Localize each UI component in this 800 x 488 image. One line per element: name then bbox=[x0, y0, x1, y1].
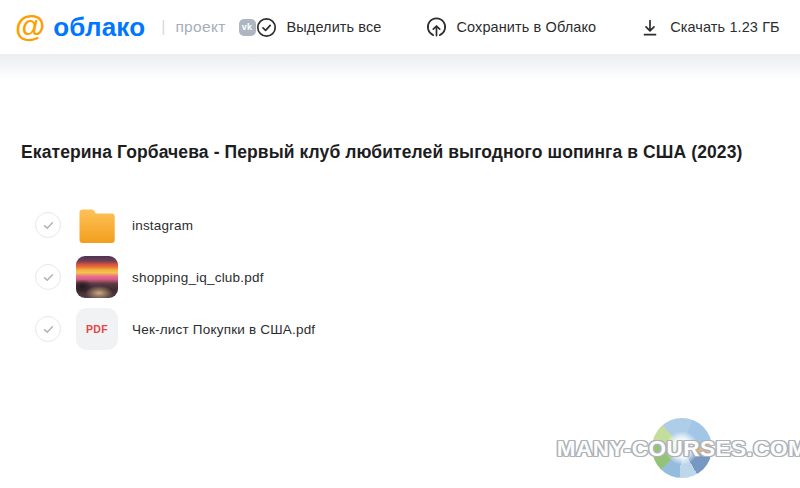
pdf-badge: PDF bbox=[76, 308, 118, 350]
top-header: @ облако | проект vk Выделить все Сохран… bbox=[0, 0, 800, 54]
save-to-cloud-button[interactable]: Сохранить в Облако bbox=[426, 17, 597, 38]
row-checkbox[interactable] bbox=[35, 316, 61, 342]
file-list: instagram shopping_iq_club.pdf PDF bbox=[21, 199, 779, 355]
check-circle-icon bbox=[256, 17, 277, 38]
file-name: shopping_iq_club.pdf bbox=[132, 270, 264, 285]
file-row-shopping-pdf[interactable]: shopping_iq_club.pdf bbox=[35, 251, 779, 303]
file-row-checklist-pdf[interactable]: PDF Чек-лист Покупки в США.pdf bbox=[35, 303, 779, 355]
share-content: Екатерина Горбачева - Первый клуб любите… bbox=[0, 142, 800, 355]
row-checkbox[interactable] bbox=[35, 212, 61, 238]
mailru-at-icon: @ bbox=[15, 11, 45, 42]
image-thumbnail bbox=[76, 256, 118, 298]
cloud-logo[interactable]: @ облако | проект vk bbox=[15, 12, 256, 43]
select-all-button[interactable]: Выделить все bbox=[256, 17, 382, 38]
folder-icon bbox=[76, 204, 118, 246]
save-to-cloud-label: Сохранить в Облако bbox=[457, 19, 597, 35]
logo-divider: | bbox=[161, 18, 165, 36]
row-checkbox[interactable] bbox=[35, 264, 61, 290]
file-name: instagram bbox=[132, 218, 193, 233]
download-icon bbox=[640, 17, 660, 38]
file-row-instagram[interactable]: instagram bbox=[35, 199, 779, 251]
vk-logo-icon: vk bbox=[239, 19, 256, 36]
brand-name: облако bbox=[53, 12, 145, 43]
file-name: Чек-лист Покупки в США.pdf bbox=[132, 322, 315, 337]
cloud-upload-icon bbox=[426, 17, 447, 38]
download-button[interactable]: Скачать 1.23 ГБ bbox=[640, 17, 780, 38]
download-label: Скачать 1.23 ГБ bbox=[670, 19, 780, 35]
header-actions: Выделить все Сохранить в Облако Скачать … bbox=[256, 17, 780, 38]
watermark: MANY-COURSES.COM bbox=[568, 418, 796, 480]
project-label: проект bbox=[175, 18, 225, 36]
watermark-text: MANY-COURSES.COM bbox=[557, 436, 800, 462]
pdf-file-icon: PDF bbox=[76, 308, 118, 350]
select-all-label: Выделить все bbox=[287, 19, 382, 35]
page-title: Екатерина Горбачева - Первый клуб любите… bbox=[21, 142, 779, 163]
